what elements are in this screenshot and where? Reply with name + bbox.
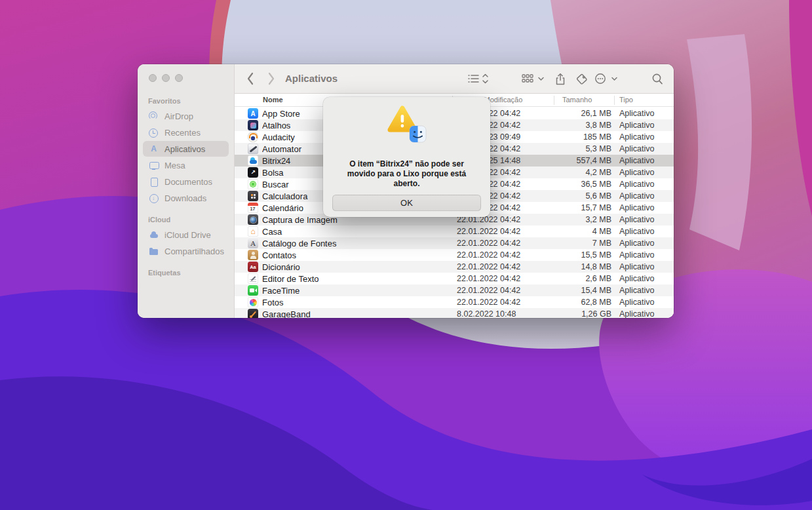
table-row[interactable]: Casa 22.01.2022 04:42 4 MB Aplicativo	[235, 226, 674, 237]
file-name: Editor de Texto	[262, 274, 457, 284]
file-size: 3,8 MB	[556, 121, 611, 130]
table-row[interactable]: GarageBand 8.02.2022 10:48 1,26 GB Aplic…	[235, 308, 674, 318]
file-size: 5,6 MB	[556, 191, 611, 201]
file-type: Aplicativo	[619, 180, 674, 189]
file-size: 36,5 MB	[556, 180, 611, 189]
window-controls	[149, 74, 183, 82]
file-type: Aplicativo	[619, 262, 674, 271]
file-date: 22.01.2022 04:42	[457, 262, 556, 271]
sidebar-item-icon	[149, 246, 159, 256]
column-header-tamanho[interactable]: Tamanho	[562, 96, 592, 104]
sidebar-section-label: Etiquetas	[138, 260, 234, 279]
app-icon	[248, 273, 258, 284]
close-button[interactable]	[149, 74, 157, 82]
sidebar-item[interactable]: AirDrop	[143, 108, 229, 124]
app-icon	[248, 108, 258, 119]
tag-button[interactable]	[575, 73, 589, 88]
column-header-nome[interactable]: Nome	[263, 96, 283, 104]
table-row[interactable]: Dicionário 22.01.2022 04:42 14,8 MB Apli…	[235, 261, 674, 273]
file-date: 22.01.2022 04:42	[457, 286, 556, 295]
view-list-icon	[467, 73, 492, 85]
app-icon	[248, 226, 258, 237]
table-row[interactable]: Catálogo de Fontes 22.01.2022 04:42 7 MB…	[235, 237, 674, 249]
app-icon	[248, 132, 258, 142]
sidebar-item[interactable]: Compartilhados	[143, 243, 229, 259]
finder-badge-icon	[410, 126, 426, 142]
forward-chevron-icon	[269, 73, 273, 84]
file-size: 62,8 MB	[556, 298, 611, 307]
sidebar-item[interactable]: iCloud Drive	[143, 227, 229, 243]
file-type: Aplicativo	[619, 168, 674, 177]
more-icon	[594, 73, 619, 85]
app-icon	[248, 191, 258, 201]
sidebar-item-icon	[149, 177, 159, 187]
more-button[interactable]	[594, 73, 619, 87]
table-row[interactable]: Contatos 22.01.2022 04:42 15,5 MB Aplica…	[235, 249, 674, 261]
sidebar-item[interactable]: Mesa	[143, 157, 229, 173]
sidebar-item-icon	[149, 230, 159, 240]
view-options-button[interactable]	[467, 73, 492, 87]
sidebar-item-icon	[149, 128, 159, 138]
sidebar-item[interactable]: Aplicativos	[143, 141, 229, 157]
sidebar-item-label: Compartilhados	[164, 246, 224, 256]
file-type: Aplicativo	[619, 227, 674, 236]
sidebar-section-label: iCloud	[138, 206, 234, 226]
app-icon	[248, 297, 258, 307]
file-name: Dicionário	[262, 262, 457, 272]
app-icon	[248, 203, 258, 213]
sidebar-item-label: iCloud Drive	[164, 230, 211, 240]
file-type: Aplicativo	[619, 286, 674, 295]
alert-message: O item “Bitrix24” não pode ser movido pa…	[323, 159, 490, 189]
forward-button[interactable]	[267, 71, 275, 88]
app-icon	[248, 144, 258, 154]
file-size: 15,7 MB	[556, 203, 611, 212]
file-type: Aplicativo	[619, 132, 674, 142]
table-row[interactable]: Editor de Texto 22.01.2022 04:42 2,6 MB …	[235, 273, 674, 284]
minimize-button[interactable]	[162, 74, 170, 82]
sidebar-item-icon	[149, 161, 159, 170]
file-type: Aplicativo	[619, 144, 674, 153]
sidebar-item-label: Recentes	[164, 128, 201, 138]
app-icon	[248, 214, 258, 225]
zoom-button[interactable]	[175, 74, 183, 82]
group-icon	[521, 73, 546, 85]
file-size: 7 MB	[556, 239, 611, 248]
file-type: Aplicativo	[619, 298, 674, 307]
file-name: FaceTime	[262, 286, 457, 296]
file-type: Aplicativo	[619, 156, 674, 165]
app-icon	[248, 285, 258, 296]
file-size: 4 MB	[556, 227, 611, 236]
table-row[interactable]: FaceTime 22.01.2022 04:42 15,4 MB Aplica…	[235, 284, 674, 296]
app-icon	[248, 120, 258, 130]
ok-button[interactable]: OK	[332, 195, 481, 211]
file-name: Contatos	[262, 250, 457, 260]
app-icon	[248, 262, 258, 272]
file-date: 22.01.2022 04:42	[457, 227, 556, 236]
alert-dialog: O item “Bitrix24” não pode ser movido pa…	[323, 97, 490, 217]
file-size: 185 MB	[556, 132, 611, 142]
back-chevron-icon	[248, 73, 252, 84]
group-button[interactable]	[521, 73, 546, 87]
file-size: 15,4 MB	[556, 286, 611, 295]
back-button[interactable]	[246, 71, 254, 88]
sidebar-item[interactable]: Downloads	[143, 190, 229, 206]
sidebar-item-icon	[149, 144, 159, 154]
sidebar-item-icon	[149, 111, 159, 121]
desktop: Favoritos AirDrop R	[0, 0, 812, 510]
table-row[interactable]: Fotos 22.01.2022 04:42 62,8 MB Aplicativ…	[235, 296, 674, 308]
tag-icon	[575, 73, 589, 86]
file-size: 15,5 MB	[556, 250, 611, 260]
search-button[interactable]	[651, 73, 663, 88]
column-header-tipo[interactable]: Tipo	[619, 96, 633, 104]
file-date: 22.01.2022 04:42	[457, 239, 556, 248]
file-type: Aplicativo	[619, 191, 674, 201]
app-icon	[248, 309, 258, 318]
file-date: 22.01.2022 04:42	[457, 298, 556, 307]
sidebar-item[interactable]: Documentos	[143, 174, 229, 189]
sidebar-item[interactable]: Recentes	[143, 125, 229, 140]
sidebar-item-label: Downloads	[164, 193, 206, 203]
file-name: Casa	[262, 227, 457, 237]
sidebar-item-label: Documentos	[164, 177, 212, 187]
share-icon	[554, 73, 566, 86]
share-button[interactable]	[554, 73, 566, 88]
